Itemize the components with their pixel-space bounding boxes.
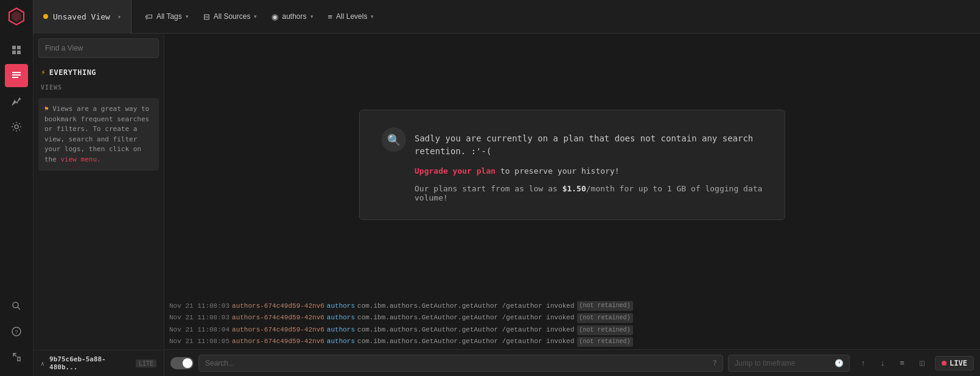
lines-button[interactable]: ≡ (894, 355, 911, 372)
toggle-track[interactable] (170, 357, 194, 369)
main-content: 🔍 Sadly you are currently on a plan that… (164, 34, 980, 376)
jump-timeframe-input[interactable] (728, 355, 850, 372)
svg-rect-6 (12, 72, 21, 73)
chevron-down-icon: ▾ (186, 13, 189, 20)
top-bar: Unsaved View ▾ 🏷 All Tags ▾ ⊟ All Source… (0, 0, 980, 34)
search-help-icon[interactable]: ? (712, 358, 717, 367)
authors-icon: ◉ (271, 12, 278, 21)
unsaved-view-dot (43, 14, 48, 19)
log-message: com.ibm.authors.GetAuthor.getAuthor /get… (357, 325, 574, 336)
retention-upgrade: Upgrade your plan to preserve your histo… (382, 166, 763, 176)
nav-settings-button[interactable] (5, 115, 28, 138)
unsaved-view-tab[interactable]: Unsaved View ▾ (33, 0, 131, 34)
svg-text:?: ? (15, 329, 18, 335)
log-entries: Nov 21 11:08:03 authors-674c49d59-42nv6 … (164, 297, 980, 349)
views-info-box: ⚑ Views are a great way to bookmark freq… (38, 98, 159, 171)
columns-button[interactable]: ◫ (913, 355, 930, 372)
views-section-label: VIEWS (33, 82, 164, 93)
chevron-down-icon: ▾ (310, 13, 313, 20)
views-info-text: Views are a great way to bookmark freque… (44, 105, 149, 163)
main-layout: ? ⚡ EVERYTHING VIEWS ⚑ Views are a great… (0, 34, 980, 376)
scroll-down-button[interactable]: ↓ (874, 355, 891, 372)
find-view-input[interactable] (38, 38, 159, 58)
retention-main-text: Sadly you are currently on a plan that d… (415, 127, 763, 158)
search-input[interactable] (198, 355, 723, 372)
clock-icon: 🕐 (835, 359, 844, 367)
log-message: com.ibm.authors.GetAuthor.getAuthor /get… (357, 301, 574, 312)
nav-logs-button[interactable] (5, 64, 28, 87)
nav-back-button[interactable] (5, 346, 28, 369)
svg-rect-7 (12, 74, 21, 76)
log-area: 🔍 Sadly you are currently on a plan that… (164, 34, 980, 297)
nav-help-button[interactable]: ? (5, 320, 28, 343)
upgrade-link[interactable]: Upgrade your plan (415, 166, 495, 176)
log-source: authors-674c49d59-42nv6 (232, 313, 324, 324)
svg-rect-3 (17, 46, 21, 49)
unsaved-view-label: Unsaved View (53, 12, 110, 21)
nav-icons: ? (0, 34, 33, 376)
nav-analytics-button[interactable] (5, 90, 28, 113)
log-source: authors-674c49d59-42nv6 (232, 325, 324, 336)
log-timestamp: Nov 21 11:08:04 (169, 325, 229, 336)
chevron-up-icon: ∧ (41, 360, 44, 367)
bolt-icon: ⚡ (41, 68, 46, 77)
log-not-retained-badge: (not retained) (577, 325, 633, 335)
all-sources-filter[interactable]: ⊟ All Sources ▾ (197, 9, 264, 25)
all-tags-filter[interactable]: 🏷 All Tags ▾ (139, 9, 195, 25)
svg-rect-4 (12, 51, 16, 54)
svg-rect-5 (17, 51, 21, 54)
nav-home-button[interactable] (5, 38, 28, 62)
retention-pricing: Our plans start from as low as $1.50/mon… (382, 184, 763, 202)
bottom-bar: ? 🕐 ↑ ↓ ≡ ◫ LIVE (164, 349, 980, 376)
bottom-icons: ↑ ↓ ≡ ◫ (855, 355, 930, 372)
all-sources-label: All Sources (214, 12, 251, 21)
view-menu-link[interactable]: view menu. (61, 155, 101, 163)
log-entry: Nov 21 11:08:05 authors-674c49d59-42nv6 … (164, 336, 980, 348)
sidebar: ⚡ EVERYTHING VIEWS ⚑ Views are a great w… (33, 34, 164, 376)
all-levels-filter[interactable]: ≡ All Levels ▾ (322, 9, 380, 25)
log-message: com.ibm.authors.GetAuthor.getAuthor /get… (357, 336, 574, 347)
log-author-tag: authors (327, 325, 355, 336)
theme-toggle[interactable] (170, 357, 194, 369)
log-message: com.ibm.authors.GetAuthor.getAuthor /get… (357, 313, 574, 324)
live-dot (942, 361, 947, 366)
log-timestamp: Nov 21 11:08:03 (169, 313, 229, 324)
log-entry: Nov 21 11:08:03 authors-674c49d59-42nv6 … (164, 300, 980, 313)
search-input-wrap: ? (198, 355, 723, 372)
sidebar-bottom[interactable]: ∧ 9b75c6eb-5a88-480b... LITE (33, 350, 164, 376)
svg-point-10 (13, 302, 18, 308)
everything-label: EVERYTHING (49, 68, 96, 77)
filter-bar: 🏷 All Tags ▾ ⊟ All Sources ▾ ◉ authors ▾… (131, 0, 980, 34)
chevron-down-icon: ▾ (117, 13, 121, 20)
app-logo (0, 0, 33, 34)
live-label: LIVE (950, 359, 967, 367)
log-timestamp: Nov 21 11:08:03 (169, 301, 229, 312)
source-icon: ⊟ (203, 12, 210, 21)
sidebar-bottom-id: 9b75c6eb-5a88-480b... (49, 355, 131, 371)
log-author-tag: authors (327, 336, 355, 347)
toggle-thumb (183, 358, 192, 368)
svg-rect-8 (12, 77, 18, 78)
log-timestamp: Nov 21 11:08:05 (169, 336, 229, 347)
log-author-tag: authors (327, 301, 355, 312)
tag-icon: 🏷 (145, 12, 153, 21)
jump-timeframe-wrap: 🕐 (728, 355, 850, 372)
log-not-retained-badge: (not retained) (577, 337, 633, 347)
svg-rect-2 (12, 46, 16, 49)
scroll-up-button[interactable]: ↑ (855, 355, 872, 372)
log-not-retained-badge: (not retained) (577, 301, 633, 311)
authors-label: authors (282, 12, 306, 21)
nav-search-button[interactable] (5, 294, 28, 317)
authors-filter[interactable]: ◉ authors ▾ (265, 9, 319, 25)
pricing-price: $1.50 (562, 184, 586, 193)
everything-section[interactable]: ⚡ EVERYTHING (33, 63, 164, 82)
live-indicator[interactable]: LIVE (935, 356, 974, 371)
all-tags-label: All Tags (156, 12, 182, 21)
flag-icon: ⚑ (44, 105, 52, 113)
retention-box: 🔍 Sadly you are currently on a plan that… (359, 110, 785, 220)
log-author-tag: authors (327, 313, 355, 324)
svg-line-11 (18, 307, 20, 310)
log-entry: Nov 21 11:08:04 authors-674c49d59-42nv6 … (164, 324, 980, 336)
log-source: authors-674c49d59-42nv6 (232, 301, 324, 312)
log-not-retained-badge: (not retained) (577, 313, 633, 323)
